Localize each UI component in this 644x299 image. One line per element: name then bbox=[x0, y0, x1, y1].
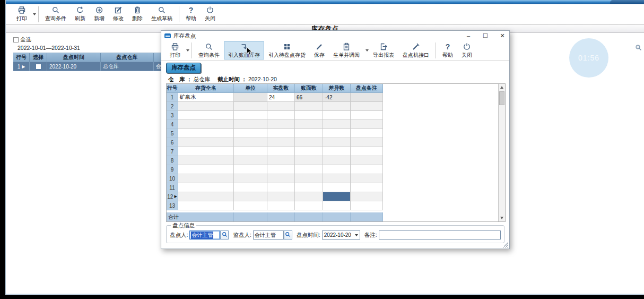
toolbar-button-trash[interactable]: 删除 bbox=[128, 5, 147, 23]
grid-cell-name[interactable] bbox=[178, 156, 234, 165]
toolbar-button-device-pen[interactable]: 盘点机接口 bbox=[398, 41, 433, 59]
grid-cell-diff[interactable] bbox=[323, 201, 351, 210]
grid-cell-note[interactable] bbox=[351, 102, 383, 111]
dialog-title-bar[interactable]: 库存盘点 – ☐ ✕ bbox=[161, 31, 509, 41]
scrollbar-thumb[interactable] bbox=[499, 91, 504, 105]
checkbox-icon[interactable] bbox=[36, 64, 41, 70]
grid-cell-note[interactable] bbox=[351, 93, 383, 102]
select-all-checkbox[interactable]: 全选 bbox=[13, 36, 31, 44]
grid-cell-book[interactable] bbox=[295, 102, 323, 111]
grid-cell-name[interactable] bbox=[178, 174, 234, 183]
grid-cell-unit[interactable] bbox=[234, 102, 267, 111]
grid-cell-actual[interactable] bbox=[267, 138, 295, 147]
toolbar-button-search[interactable]: 生成草稿 bbox=[147, 5, 177, 23]
grid-cell-note[interactable] bbox=[351, 120, 383, 129]
grid-row-number[interactable]: 11 bbox=[167, 183, 178, 192]
grid-cell-book[interactable] bbox=[295, 111, 323, 120]
grid-cell-diff[interactable] bbox=[323, 156, 351, 165]
grid-cell-actual[interactable] bbox=[267, 183, 295, 192]
grid-cell-unit[interactable] bbox=[234, 93, 267, 102]
toolbar-button-grid[interactable]: 引入待盘点存货 bbox=[264, 41, 310, 59]
grid-cell-note[interactable] bbox=[351, 138, 383, 147]
supervisor-lookup-button[interactable] bbox=[284, 230, 292, 240]
grid-cell-note[interactable] bbox=[351, 201, 383, 210]
toolbar-button-printer[interactable]: 打印 bbox=[166, 41, 185, 59]
toolbar-button-printer[interactable]: 打印 bbox=[12, 5, 31, 23]
grid-cell-actual[interactable]: 24 bbox=[267, 93, 295, 102]
toolbar-button-pen[interactable]: 保存 bbox=[310, 41, 329, 59]
grid-cell-unit[interactable] bbox=[234, 129, 267, 138]
count-time-combobox[interactable]: 2022-10-20 bbox=[322, 230, 360, 240]
grid-row-number[interactable]: 9 bbox=[167, 165, 178, 174]
toolbar-button-power[interactable]: 关闭 bbox=[201, 5, 220, 23]
grid-cell-book[interactable] bbox=[295, 129, 323, 138]
grid-cell-actual[interactable] bbox=[267, 111, 295, 120]
grid-cell-diff[interactable]: -42 bbox=[323, 93, 351, 102]
toolbar-button-help[interactable]: ?帮助 bbox=[438, 41, 457, 59]
checkbox-icon[interactable] bbox=[13, 37, 19, 42]
grid-cell-actual[interactable] bbox=[267, 165, 295, 174]
grid-cell-actual[interactable] bbox=[267, 156, 295, 165]
toolbar-button-help[interactable]: ?帮助 bbox=[181, 5, 201, 23]
grid-cell-unit[interactable] bbox=[234, 147, 267, 156]
grid-cell-diff[interactable] bbox=[323, 129, 351, 138]
toolbar-button-export[interactable]: 导出报表 bbox=[369, 41, 398, 59]
vertical-scrollbar[interactable] bbox=[498, 84, 505, 221]
grid-cell-book[interactable] bbox=[295, 120, 323, 129]
grid-cell-name[interactable] bbox=[178, 192, 234, 201]
grid-row-number[interactable]: 13 bbox=[167, 201, 178, 210]
grid-cell-diff[interactable] bbox=[323, 192, 351, 201]
dropdown-caret-icon[interactable] bbox=[33, 13, 36, 15]
grid-cell-diff[interactable] bbox=[323, 147, 351, 156]
grid-cell-unit[interactable] bbox=[234, 156, 267, 165]
grid-row-number[interactable]: 4 bbox=[167, 120, 178, 129]
grid-cell-unit[interactable] bbox=[234, 138, 267, 147]
grid-cell-name[interactable] bbox=[178, 102, 234, 111]
grid-cell-name[interactable]: 矿泉水 bbox=[178, 93, 234, 102]
grid-cell-book[interactable] bbox=[295, 138, 323, 147]
grid-cell-diff[interactable] bbox=[323, 174, 351, 183]
tab-stocktaking[interactable]: 库存盘点 bbox=[166, 63, 201, 73]
counter-input[interactable]: 会计主管 bbox=[189, 230, 220, 240]
grid-row-number[interactable]: 3 bbox=[167, 111, 178, 120]
grid-row-number[interactable]: 2 bbox=[167, 102, 178, 111]
minimize-button[interactable]: – bbox=[465, 31, 472, 41]
grid-cell-name[interactable] bbox=[178, 111, 234, 120]
grid-cell-book[interactable] bbox=[295, 183, 323, 192]
grid-cell-name[interactable] bbox=[178, 129, 234, 138]
grid-cell-actual[interactable] bbox=[267, 201, 295, 210]
grid-row-number[interactable]: 6 bbox=[167, 138, 178, 147]
grid-cell-unit[interactable] bbox=[234, 183, 267, 192]
scroll-up-arrow-icon[interactable] bbox=[499, 84, 505, 91]
grid-cell-book[interactable] bbox=[295, 165, 323, 174]
grid-cell-actual[interactable] bbox=[267, 147, 295, 156]
scroll-down-arrow-icon[interactable] bbox=[499, 215, 505, 221]
grid-row-number[interactable]: 7 bbox=[167, 147, 178, 156]
toolbar-button-clipboard[interactable]: 生单并调阅 bbox=[329, 41, 364, 59]
toolbar-button-power[interactable]: 关闭 bbox=[457, 41, 476, 59]
grid-cell-book[interactable] bbox=[295, 156, 323, 165]
grid-cell-book[interactable]: 66 bbox=[295, 93, 323, 102]
note-input[interactable] bbox=[379, 230, 501, 240]
toolbar-button-edit[interactable]: 修改 bbox=[109, 5, 128, 23]
grid-cell-name[interactable] bbox=[178, 138, 234, 147]
row-checkbox[interactable] bbox=[30, 62, 47, 71]
grid-cell-note[interactable] bbox=[351, 111, 383, 120]
grid-row-number[interactable]: 10 bbox=[167, 174, 178, 183]
grid-cell-name[interactable] bbox=[178, 201, 234, 210]
grid-cell-note[interactable] bbox=[351, 129, 383, 138]
zoom-search-icon[interactable] bbox=[635, 44, 642, 53]
grid-row-number[interactable]: 5 bbox=[167, 129, 178, 138]
grid-cell-note[interactable] bbox=[351, 183, 383, 192]
grid-cell-note[interactable] bbox=[351, 147, 383, 156]
toolbar-button-search[interactable]: 查询条件 bbox=[194, 41, 224, 59]
supervisor-input[interactable]: 会计主管 bbox=[253, 230, 284, 240]
toolbar-button-search[interactable]: 查询条件 bbox=[41, 5, 71, 23]
dropdown-caret-icon[interactable] bbox=[186, 49, 189, 52]
grid-cell-unit[interactable] bbox=[234, 111, 267, 120]
grid-cell-diff[interactable] bbox=[323, 111, 351, 120]
resize-grip[interactable] bbox=[503, 242, 508, 247]
grid-row-number[interactable]: 1 bbox=[167, 93, 178, 102]
grid-cell-actual[interactable] bbox=[267, 102, 295, 111]
grid-cell-actual[interactable] bbox=[267, 192, 295, 201]
